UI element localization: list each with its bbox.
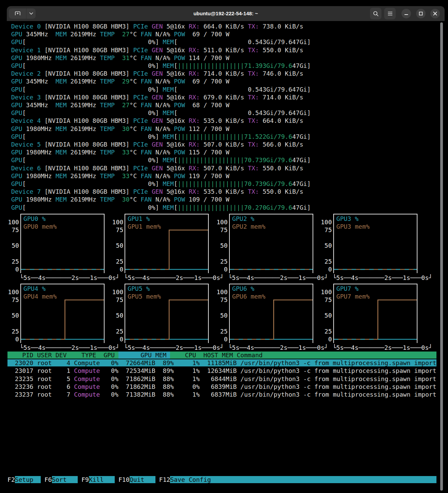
device-6-usage-bars: GPU[ 0%] MEM[||||||||||||||||||70.739Gi/… <box>7 180 311 188</box>
gpu6-plot-area: GPU6 % GPU6 mem% <box>229 284 313 343</box>
y-tick-label: 25 <box>320 327 332 335</box>
device-4-usage-bars: GPU[ 0%] MEM[||||||||||||||||||71.522Gi/… <box>7 133 311 140</box>
y-tick-label: 25 <box>7 258 19 265</box>
gpu0-plot-area: GPU0 % GPU0 mem% <box>20 214 105 273</box>
device-3-usage-bars: GPU[ 0%] MEM[ 0.543Gi/79.647Gi] <box>7 109 311 117</box>
close-button[interactable] <box>430 9 440 18</box>
device-0-clock-line: GPU 345MHz MEM 2619MHz TEMP 27°C FAN N/A… <box>7 30 229 38</box>
fkey-F10-label[interactable]: Quit <box>130 476 155 483</box>
terminal-content: Device 0 [NVIDIA H100 80GB HBM3] PCIe GE… <box>7 22 444 493</box>
y-tick-label: 25 <box>216 258 228 265</box>
y-tick-label: 75 <box>216 226 228 234</box>
device-2-usage-bars: GPU[ 0%] MEM[ 0.543Gi/79.647Gi] <box>7 86 311 93</box>
gpu2-chart: 1007550250 GPU2 % GPU2 mem% └5s──4s─────… <box>216 214 318 282</box>
y-tick-label: 100 <box>112 218 123 226</box>
device-0-usage-bars: GPU[ 0%] MEM[ 0.543Gi/79.647Gi] <box>7 38 311 46</box>
y-tick-label: 100 <box>112 288 123 296</box>
device-5-info-line: Device 5 [NVIDIA H100 80GB HBM3] PCIe GE… <box>7 140 303 148</box>
device-7-clock-line: GPU 1980MHz MEM 2619MHz TEMP 30°C FAN N/… <box>7 195 229 203</box>
fkey-F9-label[interactable]: Kill <box>89 476 115 483</box>
legend-mem-label: GPU4 mem% <box>23 293 57 300</box>
y-tick-label: 0 <box>320 335 332 343</box>
y-tick-label: 100 <box>7 218 19 226</box>
y-tick-label: 0 <box>216 265 228 273</box>
legend-mem-label: GPU2 mem% <box>232 223 265 230</box>
device-5-clock-line: GPU 1980MHz MEM 2619MHz TEMP 33°C FAN N/… <box>7 148 229 156</box>
y-tick-label: 0 <box>7 335 19 343</box>
device-1-clock-line: GPU 1980MHz MEM 2619MHz TEMP 31°C FAN N/… <box>7 54 229 62</box>
device-3-clock-line: GPU 345MHz MEM 2619MHz TEMP 27°C FAN N/A… <box>7 101 229 109</box>
y-tick-label: 0 <box>112 335 123 343</box>
search-button[interactable] <box>370 8 381 19</box>
legend-gpu-label: GPU2 % <box>232 215 254 222</box>
y-tick-label: 50 <box>112 311 123 319</box>
minimize-button[interactable] <box>402 9 411 18</box>
minimize-icon <box>404 12 408 16</box>
process-table-header: PID USER DEV TYPE GPU GPU MEM CPU HOST M… <box>7 351 436 359</box>
y-tick-label: 0 <box>7 265 19 273</box>
y-tick-label: 25 <box>320 258 332 265</box>
y-tick-label: 75 <box>112 296 123 304</box>
x-axis-labels: └5s──4s───────2s───1s───0s┘ <box>228 344 328 352</box>
x-axis-labels: └5s──4s───────2s───1s───0s┘ <box>124 344 224 352</box>
y-tick-label: 50 <box>7 242 19 249</box>
y-tick-label: 100 <box>320 218 332 226</box>
gpu7-chart: 1007550250 GPU7 % GPU7 mem% └5s──4s─────… <box>320 284 422 352</box>
device-2-clock-line: GPU 345MHz MEM 2619MHz TEMP 29°C FAN N/A… <box>7 77 229 85</box>
y-tick-label: 50 <box>320 311 332 319</box>
fkey-F2-label[interactable]: Setup <box>15 476 41 483</box>
process-row-23020[interactable]: 23020 root 4 Compute 0% 72664MiB 89% 1% … <box>7 359 436 367</box>
legend-gpu-label: GPU4 % <box>23 285 45 292</box>
maximize-button[interactable] <box>416 9 426 18</box>
process-row-23237[interactable]: 23237 root 7 Compute 0% 71382MiB 88% 1% … <box>7 391 436 398</box>
process-row-23017[interactable]: 23017 root 1 Compute 0% 72534MiB 89% 1% … <box>7 367 436 375</box>
gpu0-chart: 1007550250 GPU0 % GPU0 mem% └5s──4s─────… <box>7 214 109 282</box>
menu-button[interactable] <box>384 8 396 19</box>
y-tick-label: 100 <box>216 288 228 296</box>
legend-mem-label: GPU5 mem% <box>128 293 161 300</box>
device-5-usage-bars: GPU[ 0%] MEM[||||||||||||||||||70.739Gi/… <box>7 156 311 164</box>
y-tick-label: 75 <box>7 296 19 304</box>
legend-gpu-label: GPU3 % <box>336 215 358 222</box>
legend-gpu-label: GPU6 % <box>232 285 254 292</box>
legend-mem-label: GPU0 mem% <box>23 223 57 230</box>
gpu1-plot-area: GPU1 % GPU1 mem% <box>125 214 209 273</box>
legend-gpu-label: GPU5 % <box>128 285 150 292</box>
x-axis-labels: └5s──4s───────2s───1s───0s┘ <box>333 344 432 352</box>
gpu3-plot-area: GPU3 % GPU3 mem% <box>333 214 417 273</box>
process-row-23235[interactable]: 23235 root 5 Compute 0% 71862MiB 88% 1% … <box>7 375 436 383</box>
titlebar[interactable]: ubuntu@192-222-54-148: ~ <box>7 6 445 21</box>
y-tick-label: 0 <box>320 265 332 273</box>
gpu2-plot-area: GPU2 % GPU2 mem% <box>229 214 313 273</box>
device-4-info-line: Device 4 [NVIDIA H100 80GB HBM3] PCIe GE… <box>7 117 303 125</box>
y-tick-label: 50 <box>320 242 332 249</box>
device-2-info-line: Device 2 [NVIDIA H100 80GB HBM3] PCIe GE… <box>7 70 303 77</box>
y-tick-label: 25 <box>216 327 228 335</box>
gpu4-chart: 1007550250 GPU4 % GPU4 mem% └5s──4s─────… <box>7 284 109 352</box>
gpu6-chart: 1007550250 GPU6 % GPU6 mem% └5s──4s─────… <box>216 284 318 352</box>
legend-gpu-label: GPU7 % <box>336 285 358 292</box>
gpu1-chart: 1007550250 GPU1 % GPU1 mem% └5s──4s─────… <box>112 214 213 282</box>
y-tick-label: 100 <box>7 288 19 296</box>
y-tick-label: 0 <box>216 335 228 343</box>
gpu3-chart: 1007550250 GPU3 % GPU3 mem% └5s──4s─────… <box>320 214 422 282</box>
process-row-23236[interactable]: 23236 root 6 Compute 0% 71862MiB 88% 0% … <box>7 383 436 391</box>
terminal-scrollbar[interactable] <box>440 22 443 491</box>
device-7-usage-bars: GPU[ 0%] MEM[||||||||||||||||||70.270Gi/… <box>7 204 311 211</box>
device-4-clock-line: GPU 1980MHz MEM 2619MHz TEMP 30°C FAN N/… <box>7 125 229 133</box>
gpu5-chart: 1007550250 GPU5 % GPU5 mem% └5s──4s─────… <box>112 284 213 352</box>
x-axis-labels: └5s──4s───────2s───1s───0s┘ <box>333 274 432 282</box>
device-6-info-line: Device 6 [NVIDIA H100 80GB HBM3] PCIe GE… <box>7 164 303 172</box>
y-tick-label: 75 <box>320 296 332 304</box>
y-tick-label: 50 <box>216 242 228 249</box>
fkey-F12-label[interactable]: Save Config <box>170 476 436 483</box>
x-axis-labels: └5s──4s───────2s───1s───0s┘ <box>124 274 224 282</box>
close-icon <box>433 12 437 16</box>
desktop: { "window": { "title": "ubuntu@192-222-5… <box>0 0 448 493</box>
x-axis-labels: └5s──4s───────2s───1s───0s┘ <box>228 274 328 282</box>
legend-mem-label: GPU3 mem% <box>336 223 370 230</box>
fkey-F6-label[interactable]: Sort <box>52 476 78 483</box>
legend-gpu-label: GPU1 % <box>128 215 150 222</box>
terminal-window: ubuntu@192-222-54-148: ~ <box>7 6 445 493</box>
y-tick-label: 75 <box>112 226 123 234</box>
